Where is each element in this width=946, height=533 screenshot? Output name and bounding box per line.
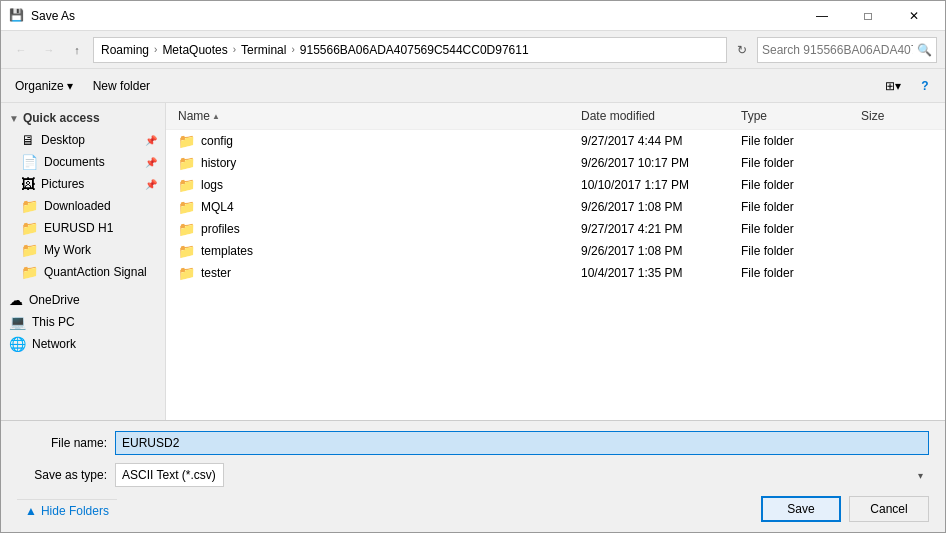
organize-arrow-icon: ▾: [67, 79, 73, 93]
window-title: Save As: [31, 9, 75, 23]
view-button[interactable]: ⊞ ▾: [881, 74, 905, 98]
file-name: profiles: [201, 222, 240, 236]
sidebar-quick-access-header[interactable]: ▼ Quick access: [1, 107, 165, 129]
breadcrumb-metaquotes[interactable]: MetaQuotes: [159, 41, 230, 59]
col-date-label: Date modified: [581, 109, 655, 123]
col-name-label: Name: [178, 109, 210, 123]
maximize-button[interactable]: □: [845, 1, 891, 31]
cancel-button[interactable]: Cancel: [849, 496, 929, 522]
file-name: tester: [201, 266, 231, 280]
file-type-cell: File folder: [737, 196, 857, 218]
sidebar-item-onedrive[interactable]: ☁ OneDrive: [1, 289, 165, 311]
file-size-cell: [857, 218, 937, 240]
file-size-cell: [857, 174, 937, 196]
file-type-cell: File folder: [737, 152, 857, 174]
filename-input[interactable]: [115, 431, 929, 455]
col-size-header[interactable]: Size: [857, 105, 937, 127]
save-button[interactable]: Save: [761, 496, 841, 522]
table-row[interactable]: 📁 config 9/27/2017 4:44 PM File folder: [166, 130, 945, 152]
eurusd-folder-icon: 📁: [21, 220, 38, 236]
file-name-cell: 📁 history: [174, 152, 577, 174]
file-date: 9/26/2017 1:08 PM: [581, 244, 682, 258]
mywork-folder-icon: 📁: [21, 242, 38, 258]
table-row[interactable]: 📁 tester 10/4/2017 1:35 PM File folder: [166, 262, 945, 284]
file-size-cell: [857, 262, 937, 284]
file-type-cell: File folder: [737, 218, 857, 240]
file-name: history: [201, 156, 236, 170]
file-name-cell: 📁 config: [174, 130, 577, 152]
sidebar-item-desktop[interactable]: 🖥 Desktop 📌: [1, 129, 165, 151]
sidebar-item-downloaded[interactable]: 📁 Downloaded: [1, 195, 165, 217]
file-name: config: [201, 134, 233, 148]
sidebar-item-network[interactable]: 🌐 Network: [1, 333, 165, 355]
desktop-icon: 🖥: [21, 132, 35, 148]
hide-folders-button[interactable]: ▲ Hide Folders: [17, 499, 117, 522]
minimize-button[interactable]: —: [799, 1, 845, 31]
sidebar-item-mywork[interactable]: 📁 My Work: [1, 239, 165, 261]
sidebar-item-pictures[interactable]: 🖼 Pictures 📌: [1, 173, 165, 195]
up-button[interactable]: ↑: [65, 38, 89, 62]
breadcrumb-terminal[interactable]: Terminal: [238, 41, 289, 59]
search-icon: 🔍: [917, 43, 932, 57]
sidebar-eurusd-label: EURUSD H1: [44, 221, 113, 235]
pictures-pin-icon: 📌: [145, 179, 157, 190]
folder-icon: 📁: [178, 177, 195, 193]
back-button[interactable]: ←: [9, 38, 33, 62]
folder-icon: 📁: [178, 221, 195, 237]
close-button[interactable]: ✕: [891, 1, 937, 31]
search-input[interactable]: [762, 43, 913, 57]
file-type: File folder: [741, 134, 794, 148]
documents-pin-icon: 📌: [145, 157, 157, 168]
file-name-cell: 📁 tester: [174, 262, 577, 284]
table-row[interactable]: 📁 history 9/26/2017 10:17 PM File folder: [166, 152, 945, 174]
col-name-sort-icon: ▲: [212, 112, 220, 121]
bottom-panel: File name: Save as type: ASCII Text (*.c…: [1, 420, 945, 532]
sidebar-desktop-label: Desktop: [41, 133, 85, 147]
help-button[interactable]: ?: [913, 74, 937, 98]
downloaded-folder-icon: 📁: [21, 198, 38, 214]
sidebar-quantaction-label: QuantAction Signal: [44, 265, 147, 279]
breadcrumb-roaming[interactable]: Roaming: [98, 41, 152, 59]
file-date-cell: 9/27/2017 4:21 PM: [577, 218, 737, 240]
refresh-button[interactable]: ↻: [731, 38, 753, 62]
file-type-cell: File folder: [737, 240, 857, 262]
col-name-header[interactable]: Name ▲: [174, 105, 577, 127]
file-type: File folder: [741, 244, 794, 258]
sidebar-item-thispc[interactable]: 💻 This PC: [1, 311, 165, 333]
file-type: File folder: [741, 200, 794, 214]
table-row[interactable]: 📁 templates 9/26/2017 1:08 PM File folde…: [166, 240, 945, 262]
thispc-icon: 💻: [9, 314, 26, 330]
sidebar-item-quantaction[interactable]: 📁 QuantAction Signal: [1, 261, 165, 283]
file-name-cell: 📁 logs: [174, 174, 577, 196]
col-size-label: Size: [861, 109, 884, 123]
col-date-header[interactable]: Date modified: [577, 105, 737, 127]
table-row[interactable]: 📁 logs 10/10/2017 1:17 PM File folder: [166, 174, 945, 196]
sidebar-item-documents[interactable]: 📄 Documents 📌: [1, 151, 165, 173]
folder-icon: 📁: [178, 243, 195, 259]
new-folder-button[interactable]: New folder: [87, 74, 156, 98]
folder-icon: 📁: [178, 265, 195, 281]
file-type-cell: File folder: [737, 130, 857, 152]
organize-label: Organize: [15, 79, 64, 93]
sidebar-item-eurusd[interactable]: 📁 EURUSD H1: [1, 217, 165, 239]
file-date: 10/10/2017 1:17 PM: [581, 178, 689, 192]
title-controls: — □ ✕: [799, 1, 937, 31]
table-row[interactable]: 📁 MQL4 9/26/2017 1:08 PM File folder: [166, 196, 945, 218]
organize-button[interactable]: Organize ▾: [9, 74, 79, 98]
file-name: logs: [201, 178, 223, 192]
quick-access-label: Quick access: [23, 111, 100, 125]
file-list-header: Name ▲ Date modified Type Size: [166, 103, 945, 130]
file-name-cell: 📁 MQL4: [174, 196, 577, 218]
address-bar: Roaming › MetaQuotes › Terminal › 915566…: [93, 37, 727, 63]
file-size-cell: [857, 240, 937, 262]
search-box: 🔍: [757, 37, 937, 63]
col-type-header[interactable]: Type: [737, 105, 857, 127]
table-row[interactable]: 📁 profiles 9/27/2017 4:21 PM File folder: [166, 218, 945, 240]
file-date-cell: 10/4/2017 1:35 PM: [577, 262, 737, 284]
filetype-select[interactable]: ASCII Text (*.csv): [115, 463, 224, 487]
breadcrumb-folder[interactable]: 915566BA06ADA407569C544CC0D97611: [297, 41, 532, 59]
forward-button[interactable]: →: [37, 38, 61, 62]
breadcrumb-arrow-2: ›: [291, 44, 294, 55]
network-icon: 🌐: [9, 336, 26, 352]
sidebar-thispc-label: This PC: [32, 315, 75, 329]
